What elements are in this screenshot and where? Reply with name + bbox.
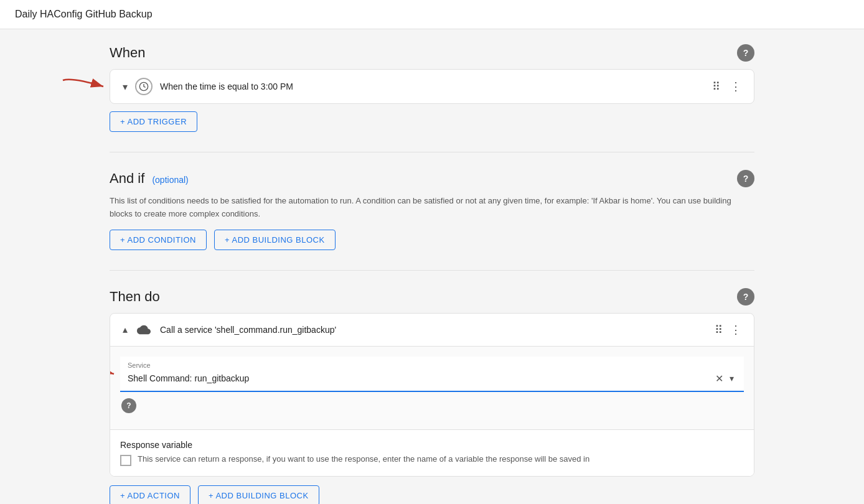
- add-trigger-button[interactable]: + ADD TRIGGER: [110, 111, 197, 132]
- arrow-annotation-trigger: [60, 74, 110, 99]
- response-variable-description: This service can return a response, if y…: [138, 454, 589, 465]
- optional-label: (optional): [152, 175, 188, 185]
- arrow-annotation-service: [110, 362, 120, 386]
- chevron-down-icon: ▾: [123, 82, 128, 92]
- add-building-block-action-button[interactable]: + ADD BUILDING BLOCK: [198, 485, 319, 504]
- chevron-up-icon: ▴: [123, 324, 128, 335]
- service-value-row: Shell Command: run_gitbackup ✕ ▾: [128, 371, 736, 386]
- dots-grid-icon[interactable]: ⠿: [710, 77, 723, 96]
- service-field-area: Service Shell Command: run_gitbackup ✕ ▾…: [110, 347, 754, 429]
- add-condition-button[interactable]: + ADD CONDITION: [110, 230, 207, 250]
- when-help-icon[interactable]: ?: [737, 44, 754, 62]
- section-divider-2: [110, 270, 754, 271]
- when-section-title: When: [110, 45, 145, 61]
- trigger-card-actions: ⠿ ⋮: [710, 77, 744, 96]
- section-divider-1: [110, 152, 754, 152]
- action-service-card: ▴ Call a service 'shell_command.run_gitb…: [110, 313, 754, 477]
- service-action-icon: [135, 321, 153, 338]
- and-if-section-title: And if (optional): [110, 170, 189, 187]
- trigger-chevron-btn[interactable]: ▾: [120, 78, 130, 95]
- trigger-card: ▾ When the time is equal to 3:00 PM ⠿ ⋮: [110, 69, 754, 104]
- service-label: Service: [128, 362, 736, 369]
- then-do-btn-row: + ADD ACTION + ADD BUILDING BLOCK: [110, 485, 754, 504]
- and-if-title-text: And if: [110, 170, 144, 186]
- service-clear-button[interactable]: ✕: [711, 371, 727, 386]
- and-if-btn-row: + ADD CONDITION + ADD BUILDING BLOCK: [110, 230, 754, 250]
- response-variable-checkbox[interactable]: [120, 455, 131, 466]
- clock-icon: [135, 78, 153, 95]
- and-if-info-text: This list of conditions needs to be sati…: [110, 195, 754, 221]
- response-variable-area: Response variable This service can retur…: [110, 429, 754, 476]
- and-if-help-icon[interactable]: ?: [737, 170, 754, 187]
- service-input-wrapper: Service Shell Command: run_gitbackup ✕ ▾: [120, 357, 744, 392]
- action-title-text: Call a service 'shell_command.run_gitbac…: [160, 325, 712, 335]
- then-do-help-icon[interactable]: ?: [737, 288, 754, 306]
- action-dots-grid-icon[interactable]: ⠿: [712, 321, 725, 338]
- more-vert-icon[interactable]: ⋮: [728, 77, 744, 96]
- action-more-vert-icon[interactable]: ⋮: [728, 321, 744, 338]
- action-card-actions: ⠿ ⋮: [712, 323, 744, 337]
- response-variable-row: This service can return a response, if y…: [120, 454, 744, 466]
- service-value-text: Shell Command: run_gitbackup: [128, 373, 711, 383]
- page-title: Daily HAConfig GitHub Backup: [15, 9, 153, 19]
- action-service-header: ▴ Call a service 'shell_command.run_gitb…: [110, 314, 754, 347]
- add-action-button[interactable]: + ADD ACTION: [110, 485, 190, 504]
- then-do-section-title: Then do: [110, 289, 160, 305]
- action-chevron-btn[interactable]: ▴: [120, 321, 130, 338]
- trigger-text: When the time is equal to 3:00 PM: [160, 82, 710, 91]
- service-dropdown-button[interactable]: ▾: [727, 372, 736, 385]
- service-help-icon[interactable]: ?: [121, 398, 136, 413]
- add-building-block-condition-button[interactable]: + ADD BUILDING BLOCK: [214, 230, 336, 250]
- response-variable-title: Response variable: [120, 440, 744, 450]
